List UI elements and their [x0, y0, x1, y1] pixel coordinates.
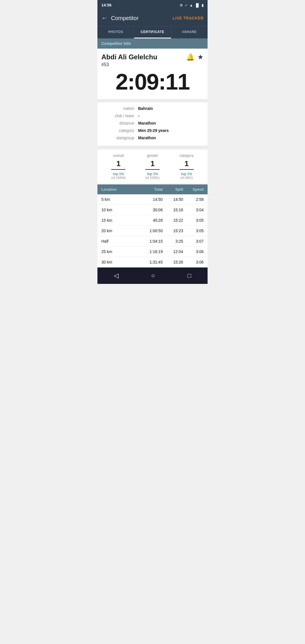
rank-gender: gender 1 top 1% (of 10991): [145, 153, 160, 179]
value-startgroup: Marathon: [138, 136, 156, 140]
split-total-half: 1:04:15: [142, 239, 163, 243]
status-time: 14:56: [101, 3, 112, 7]
label-startgroup: startgroup: [101, 136, 138, 140]
label-distance: distance: [101, 121, 138, 125]
split-row-15km: 15 km 45:28 15:22 3:05: [97, 215, 208, 226]
split-split-25km: 12:04: [163, 249, 183, 254]
split-speed-30km: 3:06: [183, 260, 204, 264]
splits-col-split: Split: [163, 187, 183, 192]
splits-table-header: Location Total Split Speed: [97, 184, 208, 194]
split-total-15km: 45:28: [142, 218, 163, 223]
split-row-10km: 10 km 30:06 15:16 3:04: [97, 205, 208, 215]
rank-category-number: 1: [180, 159, 194, 170]
rank-gender-number: 1: [145, 159, 160, 170]
split-total-20km: 1:00:50: [142, 229, 163, 233]
split-split-half: 3:25: [163, 239, 183, 243]
rank-overall-label: overall: [111, 153, 125, 158]
live-tracker-button[interactable]: LIVE TRACKER: [173, 16, 204, 20]
split-loc-10km: 10 km: [101, 208, 142, 212]
label-club: club / team: [101, 114, 138, 118]
value-category: Men 25-29 years: [138, 128, 169, 133]
split-speed-5km: 2:58: [183, 197, 204, 202]
info-row-startgroup: startgroup Marathon: [101, 134, 204, 142]
top-bar: ← Competitor LIVE TRACKER: [97, 10, 208, 26]
split-loc-15km: 15 km: [101, 218, 142, 223]
rankings-grid: overall 1 top 1% (of 15004) gender 1 top…: [101, 153, 204, 179]
split-loc-25km: 25 km: [101, 249, 142, 254]
split-total-10km: 30:06: [142, 208, 163, 212]
settings-icon: ⚙: [180, 3, 183, 7]
label-nation: nation: [101, 106, 138, 111]
section-header: Competitor Info: [97, 38, 208, 49]
label-category: category: [101, 128, 138, 133]
split-total-5km: 14:50: [142, 197, 163, 202]
bell-icon[interactable]: 🔔: [186, 53, 195, 61]
value-nation: Bahrain: [138, 106, 153, 111]
rank-overall-top: top 1%: [111, 172, 125, 176]
rank-category: category 1 top 1% (of 2801): [180, 153, 194, 179]
split-speed-10km: 3:04: [183, 208, 204, 212]
competitor-card: Abdi Ali Gelelchu 🔔 ★ #53 2:09:11: [97, 49, 208, 99]
split-total-30km: 1:31:45: [142, 260, 163, 264]
splits-col-total: Total: [142, 187, 163, 192]
back-button[interactable]: ←: [101, 14, 108, 22]
split-split-5km: 14:50: [163, 197, 183, 202]
tab-photos[interactable]: PHOTOS: [97, 26, 134, 38]
info-row-club: club / team -: [101, 112, 204, 119]
info-row-category: category Men 25-29 years: [101, 127, 204, 134]
split-speed-half: 3:07: [183, 239, 204, 243]
rank-gender-top: top 1%: [145, 172, 160, 176]
rank-overall-number: 1: [111, 159, 125, 170]
rank-gender-of: (of 10991): [145, 176, 160, 179]
tab-share[interactable]: #SHARE: [171, 26, 208, 38]
split-row-5km: 5 km 14:50 14:50 2:58: [97, 194, 208, 205]
competitor-name-row: Abdi Ali Gelelchu 🔔 ★: [101, 53, 204, 61]
rank-overall-of: (of 15004): [111, 176, 125, 179]
tabs: PHOTOS CERTIFICATE #SHARE: [97, 26, 208, 38]
bottom-nav: ◁ ○ □: [97, 267, 208, 284]
info-table: nation Bahrain club / team - distance Ma…: [97, 103, 208, 145]
competitor-number: #53: [101, 62, 204, 67]
splits-section: Location Total Split Speed 5 km 14:50 14…: [97, 184, 208, 267]
split-speed-20km: 3:05: [183, 229, 204, 233]
split-row-half: Half 1:04:15 3:25 3:07: [97, 236, 208, 247]
signal-icon: ▐▌: [195, 3, 200, 7]
split-split-10km: 15:16: [163, 208, 183, 212]
info-row-distance: distance Marathon: [101, 119, 204, 127]
split-split-30km: 15:26: [163, 260, 183, 264]
split-loc-30km: 30 km: [101, 260, 142, 264]
rankings-section: overall 1 top 1% (of 15004) gender 1 top…: [97, 149, 208, 183]
status-icons: ⚙ ✓ ▲ ▐▌ ▮: [180, 3, 204, 7]
splits-col-location: Location: [101, 187, 142, 192]
split-split-20km: 15:23: [163, 229, 183, 233]
info-row-nation: nation Bahrain: [101, 105, 204, 112]
split-row-30km: 30 km 1:31:45 15:26 3:06: [97, 257, 208, 267]
split-total-25km: 1:16:19: [142, 249, 163, 254]
star-icon[interactable]: ★: [197, 53, 204, 61]
rank-category-label: category: [180, 153, 194, 158]
split-row-20km: 20 km 1:00:50 15:23 3:05: [97, 226, 208, 236]
rank-overall: overall 1 top 1% (of 15004): [111, 153, 125, 179]
tab-certificate[interactable]: CERTIFICATE: [134, 26, 171, 38]
nav-back-button[interactable]: ◁: [108, 271, 124, 280]
split-speed-15km: 3:05: [183, 218, 204, 223]
value-distance: Marathon: [138, 121, 156, 125]
nav-recent-button[interactable]: □: [182, 271, 197, 280]
wifi-icon: ▲: [189, 3, 193, 7]
value-club: -: [138, 114, 140, 118]
check-icon: ✓: [185, 3, 188, 7]
competitor-name: Abdi Ali Gelelchu: [101, 53, 183, 61]
rank-category-of: (of 2801): [180, 176, 194, 179]
split-loc-20km: 20 km: [101, 229, 142, 233]
splits-col-speed: Speed: [183, 187, 204, 192]
split-speed-25km: 3:06: [183, 249, 204, 254]
competitor-time: 2:09:11: [101, 67, 204, 96]
status-bar: 14:56 ⚙ ✓ ▲ ▐▌ ▮: [97, 0, 208, 10]
split-row-25km: 25 km 1:16:19 12:04 3:06: [97, 247, 208, 257]
nav-home-button[interactable]: ○: [145, 271, 160, 280]
rank-category-top: top 1%: [180, 172, 194, 176]
page-title: Competitor: [111, 15, 173, 21]
split-loc-5km: 5 km: [101, 197, 142, 202]
battery-icon: ▮: [202, 3, 204, 7]
split-split-15km: 15:22: [163, 218, 183, 223]
